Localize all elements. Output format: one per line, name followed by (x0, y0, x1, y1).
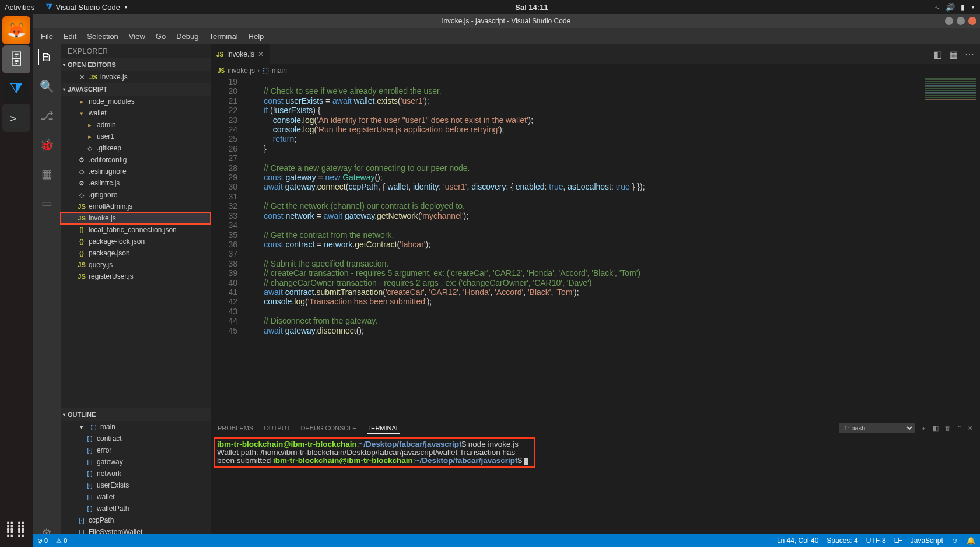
outline-item[interactable]: [·]contract (61, 433, 211, 444)
errors-count[interactable]: ⊘ 0 (37, 537, 48, 545)
close-icon[interactable]: ✕ (77, 73, 86, 81)
firefox-icon[interactable]: 🦊 (2, 16, 30, 44)
minimap[interactable] (922, 77, 980, 194)
editor-tabs: JS invoke.js ✕ ◧ ▦ ⋯ (211, 44, 980, 64)
terminal-dock-icon[interactable]: >_ (2, 104, 30, 132)
tab-invoke[interactable]: JS invoke.js ✕ (211, 44, 270, 64)
panel-tab-problems[interactable]: PROBLEMS (218, 425, 253, 432)
extensions-icon[interactable]: ▦ (38, 166, 55, 182)
file-tree-item[interactable]: ◇.eslintignore (61, 166, 211, 177)
language-mode[interactable]: JavaScript (911, 537, 943, 545)
activities-button[interactable]: Activities (5, 3, 34, 12)
search-icon[interactable]: 🔍 (38, 78, 55, 94)
file-tree-item[interactable]: ⚙.editorconfig (61, 154, 211, 166)
outline-item[interactable]: [·]network (61, 468, 211, 479)
split-editor-icon[interactable]: ◧ (933, 49, 942, 60)
outline-item[interactable]: [·]ccpPath (61, 514, 211, 526)
workspace-header[interactable]: ▾JAVASCRIPT (61, 83, 211, 96)
menu-terminal[interactable]: Terminal (204, 31, 242, 42)
file-tree-item[interactable]: JSinvoke.js (61, 212, 211, 224)
file-tree-item[interactable]: JSregisterUser.js (61, 271, 211, 282)
outline-header[interactable]: ▾OUTLINE (61, 408, 211, 421)
maximize-button[interactable] (957, 17, 965, 25)
js-icon: JS (77, 273, 86, 280)
close-icon[interactable]: ✕ (258, 50, 264, 58)
split-terminal-icon[interactable]: ◧ (933, 425, 939, 432)
eol[interactable]: LF (894, 537, 902, 545)
panel-tab-output[interactable]: OUTPUT (264, 425, 290, 432)
file-tree-item[interactable]: JSenrollAdmin.js (61, 201, 211, 212)
explorer-icon[interactable]: 🗎 (38, 49, 54, 65)
apps-grid-icon[interactable]: ⠿⠿⠿⠿ (4, 518, 29, 544)
sidebar: EXPLORER ▾OPEN EDITORS ✕ JS invoke.js ▾J… (61, 44, 211, 547)
chevron-down-icon: ▼ (124, 5, 128, 10)
file-tree-item[interactable]: ▸admin (61, 119, 211, 131)
volume-icon[interactable]: 🔊 (946, 3, 955, 12)
menu-help[interactable]: Help (244, 31, 269, 42)
battery-icon[interactable]: ▮ (961, 3, 965, 12)
chevron-down-icon[interactable]: ▼ (971, 5, 975, 10)
window-titlebar: invoke.js - javascript - Visual Studio C… (33, 14, 980, 28)
file-tree-item[interactable]: ⚙.eslintrc.js (61, 177, 211, 189)
breadcrumb[interactable]: JS invoke.js › ⬚ main (211, 64, 980, 77)
minimize-button[interactable] (945, 17, 953, 25)
desktop-topbar: Activities ⧩ Visual Studio Code ▼ Sal 14… (0, 0, 980, 14)
notifications-icon[interactable]: 🔔 (967, 537, 975, 545)
vscode-dock-icon[interactable]: ⧩ (2, 75, 30, 103)
kill-terminal-icon[interactable]: 🗑 (944, 425, 951, 432)
scm-icon[interactable]: ⎇ (38, 107, 55, 124)
status-bar: ⊘ 0 ⚠ 0 Ln 44, Col 40 Spaces: 4 UTF-8 LF… (33, 534, 980, 547)
close-button[interactable] (968, 17, 977, 25)
app-name[interactable]: Visual Studio Code (56, 3, 120, 12)
file-tree-item[interactable]: {}package.json (61, 247, 211, 259)
file-tree-item[interactable]: JSquery.js (61, 259, 211, 271)
outline-item[interactable]: ▾⬚main (61, 421, 211, 433)
menu-selection[interactable]: Selection (82, 31, 123, 42)
variable-icon: [·] (85, 458, 94, 465)
terminal[interactable]: ibm-tr-blockchain@ibm-tr-blockchain:~/De… (211, 437, 980, 547)
file-tree-item[interactable]: {}local_fabric_connection.json (61, 224, 211, 236)
encoding[interactable]: UTF-8 (866, 537, 886, 545)
file-tree-item[interactable]: ◇.gitkeep (61, 142, 211, 154)
outline-icon[interactable]: ▭ (38, 195, 55, 211)
files-icon[interactable]: 🗄 (2, 45, 30, 73)
terminal-shell-select[interactable]: 1: bash (839, 423, 915, 433)
cursor-position[interactable]: Ln 44, Col 40 (777, 537, 818, 545)
outline-item[interactable]: [·]error (61, 444, 211, 456)
panel-tab-terminal[interactable]: TERMINAL (367, 425, 400, 434)
outline-item[interactable]: [·]walletPath (61, 503, 211, 514)
feedback-icon[interactable]: ☺ (951, 537, 958, 545)
clock[interactable]: Sal 14:11 (515, 3, 548, 12)
outline-item[interactable]: [·]gateway (61, 456, 211, 468)
variable-icon: [·] (85, 435, 94, 442)
menu-debug[interactable]: Debug (172, 31, 203, 42)
file-tree-item[interactable]: ▸node_modules (61, 96, 211, 107)
more-icon[interactable]: ⋯ (965, 49, 974, 60)
outline-item[interactable]: [·]wallet (61, 491, 211, 503)
menu-go[interactable]: Go (151, 31, 170, 42)
file-tree-item[interactable]: {}package-lock.json (61, 236, 211, 247)
file-tree-item[interactable]: ▸user1 (61, 131, 211, 142)
warnings-count[interactable]: ⚠ 0 (56, 537, 67, 545)
indent-type[interactable]: Spaces: 4 (827, 537, 858, 545)
menu-view[interactable]: View (124, 31, 150, 42)
panel-tab-debug-console[interactable]: DEBUG CONSOLE (300, 425, 356, 432)
code-editor[interactable]: 19 20 21 22 23 24 25 26 27 28 29 30 31 3… (211, 77, 980, 419)
maximize-panel-icon[interactable]: ⌃ (957, 425, 962, 432)
file-tree-item[interactable]: ◇.gitignore (61, 189, 211, 201)
folder-icon: ▸ (85, 133, 94, 141)
menu-file[interactable]: File (36, 31, 58, 42)
window-title: invoke.js - javascript - Visual Studio C… (442, 17, 571, 25)
open-editor-item[interactable]: ✕ JS invoke.js (61, 71, 211, 83)
layout-icon[interactable]: ▦ (949, 49, 958, 60)
file-tree-item[interactable]: ▾wallet (61, 107, 211, 119)
js-icon: JS (216, 51, 223, 58)
menu-edit[interactable]: Edit (59, 31, 81, 42)
open-editors-header[interactable]: ▾OPEN EDITORS (61, 58, 211, 71)
js-icon: JS (218, 68, 225, 74)
outline-item[interactable]: [·]userExists (61, 479, 211, 491)
debug-icon[interactable]: 🐞 (38, 136, 55, 153)
network-icon[interactable]: ⏦ (935, 3, 940, 12)
new-terminal-icon[interactable]: ＋ (921, 424, 927, 433)
close-panel-icon[interactable]: ✕ (968, 425, 973, 432)
